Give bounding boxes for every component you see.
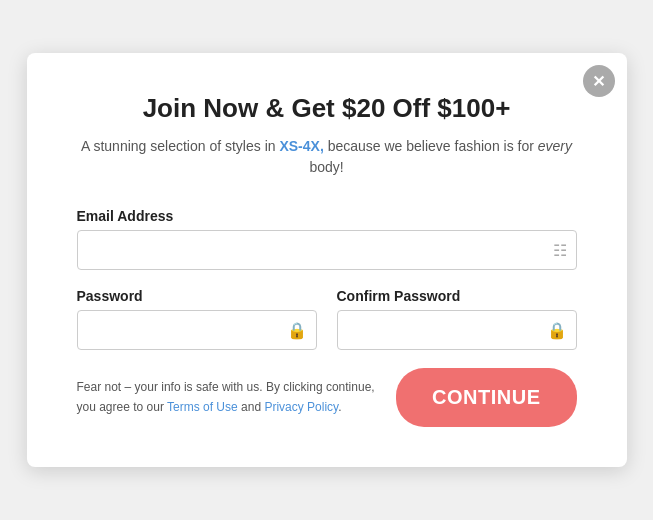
- password-label: Password: [77, 288, 317, 304]
- password-group: Password 🔒: [77, 288, 317, 350]
- close-icon: ✕: [592, 72, 605, 91]
- bottom-section: Fear not – your info is safe with us. By…: [77, 368, 577, 427]
- confirm-input-wrapper: 🔒: [337, 310, 577, 350]
- close-button[interactable]: ✕: [583, 65, 615, 97]
- subtitle-italic: every: [538, 138, 572, 154]
- modal-subtitle: A stunning selection of styles in XS-4X,…: [77, 136, 577, 178]
- email-label: Email Address: [77, 208, 577, 224]
- modal-title: Join Now & Get $20 Off $100+: [77, 93, 577, 124]
- subtitle-end: body!: [309, 159, 343, 175]
- confirm-password-input[interactable]: [337, 310, 577, 350]
- confirm-password-group: Confirm Password 🔒: [337, 288, 577, 350]
- terms-link[interactable]: Terms of Use: [167, 400, 238, 414]
- password-input[interactable]: [77, 310, 317, 350]
- and-text: and: [238, 400, 265, 414]
- disclaimer-text: Fear not – your info is safe with us. By…: [77, 378, 377, 416]
- disclaimer-end: .: [338, 400, 341, 414]
- email-group: Email Address ☷: [77, 208, 577, 270]
- confirm-password-label: Confirm Password: [337, 288, 577, 304]
- signup-modal: ✕ Join Now & Get $20 Off $100+ A stunnin…: [27, 53, 627, 467]
- continue-button[interactable]: CONTINUE: [396, 368, 576, 427]
- email-input-wrapper: ☷: [77, 230, 577, 270]
- email-input[interactable]: [77, 230, 577, 270]
- subtitle-after: because we believe fashion is for: [324, 138, 538, 154]
- subtitle-before: A stunning selection of styles in: [81, 138, 279, 154]
- privacy-link[interactable]: Privacy Policy: [264, 400, 338, 414]
- subtitle-highlight: XS-4X,: [279, 138, 323, 154]
- password-input-wrapper: 🔒: [77, 310, 317, 350]
- password-row: Password 🔒 Confirm Password 🔒: [77, 288, 577, 350]
